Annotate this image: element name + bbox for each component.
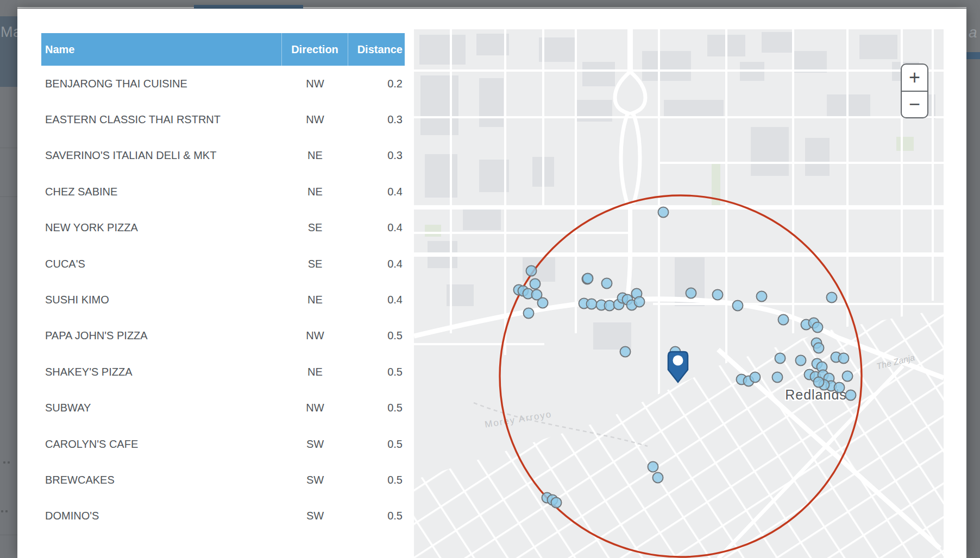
restaurant-direction: NE (282, 149, 348, 162)
restaurant-marker[interactable] (605, 301, 615, 311)
restaurant-marker[interactable] (620, 347, 631, 357)
table-row[interactable]: BENJARONG THAI CUISINE NW 0.2 (41, 66, 405, 102)
restaurant-marker[interactable] (834, 383, 845, 393)
map-canvas[interactable]: Morey Arroyo The Zanja Redlands + − (414, 29, 944, 558)
map-graphics: Morey Arroyo The Zanja Redlands (414, 29, 944, 558)
map-zoom-control: + − (901, 64, 928, 118)
zoom-out-button[interactable]: − (902, 92, 927, 118)
restaurant-marker[interactable] (814, 343, 824, 353)
restaurant-marker[interactable] (775, 353, 786, 364)
backdrop-toolbar-edge (0, 7, 980, 8)
restaurant-name: SUBWAY (41, 402, 282, 414)
restaurant-name: CUCA'S (41, 258, 282, 270)
backdrop-right-accent-strip (966, 52, 980, 59)
restaurant-distance: 0.5 (348, 329, 405, 342)
restaurant-marker[interactable] (772, 372, 783, 383)
restaurant-distance: 0.4 (348, 294, 405, 306)
table-row[interactable]: SAVERINO'S ITALIAN DELI & MKT NE 0.3 (41, 138, 405, 174)
restaurant-marker[interactable] (587, 299, 597, 309)
restaurant-marker[interactable] (843, 371, 853, 382)
restaurant-marker[interactable] (713, 290, 723, 300)
restaurant-marker[interactable] (653, 473, 663, 483)
restaurant-distance: 0.3 (348, 113, 405, 126)
restaurant-marker[interactable] (846, 390, 856, 401)
table-row[interactable]: DOMINO'S SW 0.5 (41, 498, 405, 534)
restaurant-direction: NW (282, 402, 348, 414)
restaurant-direction: NE (282, 186, 348, 198)
restaurant-marker[interactable] (635, 297, 645, 307)
column-header-direction[interactable]: Direction (281, 33, 348, 66)
restaurant-direction: SW (282, 474, 348, 486)
restaurant-direction: NE (282, 294, 348, 306)
restaurant-distance: 0.5 (348, 438, 405, 451)
restaurant-direction: SE (282, 221, 348, 234)
restaurant-marker[interactable] (583, 274, 593, 284)
restaurant-name: EASTERN CLASSIC THAI RSTRNT (41, 113, 282, 126)
restaurant-distance: 0.5 (348, 366, 405, 378)
restaurant-marker[interactable] (648, 462, 658, 472)
table-row[interactable]: EASTERN CLASSIC THAI RSTRNT NW 0.3 (41, 102, 405, 137)
restaurant-direction: NW (282, 113, 348, 126)
restaurant-distance: 0.3 (348, 149, 405, 162)
restaurant-marker[interactable] (839, 353, 849, 364)
backdrop-right-panel: a (966, 0, 980, 558)
restaurant-marker[interactable] (796, 356, 806, 366)
restaurant-name: BREWCAKES (41, 474, 282, 486)
zoom-in-button[interactable]: + (902, 65, 927, 92)
restaurant-name: SUSHI KIMO (41, 294, 282, 306)
backdrop-left-panel: Ma (0, 0, 17, 558)
restaurant-distance: 0.5 (348, 510, 405, 522)
table-row[interactable]: SHAKEY'S PIZZA NE 0.5 (41, 354, 405, 390)
restaurant-direction: NE (282, 366, 348, 378)
table-row[interactable]: CAROLYN'S CAFE SW 0.5 (41, 426, 405, 462)
table-row[interactable]: SUSHI KIMO NE 0.4 (41, 282, 405, 318)
restaurant-marker[interactable] (602, 278, 612, 289)
restaurant-marker[interactable] (538, 298, 548, 308)
restaurant-distance: 0.2 (348, 78, 405, 90)
restaurant-direction: SW (282, 510, 348, 522)
results-table: Name Direction Distance BENJARONG THAI C… (41, 33, 405, 534)
restaurant-marker[interactable] (524, 308, 534, 319)
restaurant-marker[interactable] (814, 377, 824, 388)
restaurant-marker[interactable] (658, 207, 669, 218)
screen: { "window": { "backdrop_text_left": "Ma"… (0, 0, 980, 558)
restaurant-marker[interactable] (827, 293, 837, 303)
restaurant-name: NEW YORK PIZZA (41, 221, 282, 234)
results-table-header: Name Direction Distance (41, 33, 405, 66)
restaurant-name: BENJARONG THAI CUISINE (41, 78, 282, 90)
restaurant-marker[interactable] (750, 372, 761, 383)
restaurant-name: PAPA JOHN'S PIZZA (41, 329, 282, 342)
restaurant-distance: 0.4 (348, 186, 405, 198)
restaurant-marker[interactable] (530, 279, 541, 289)
restaurant-marker[interactable] (757, 291, 767, 302)
truncated-text-dots (3, 461, 10, 464)
restaurant-marker[interactable] (526, 266, 537, 276)
table-row[interactable]: CHEZ SABINE NE 0.4 (41, 174, 405, 210)
table-row[interactable]: BREWCAKES SW 0.5 (41, 462, 405, 498)
table-row[interactable]: PAPA JOHN'S PIZZA NW 0.5 (41, 318, 405, 354)
restaurant-marker[interactable] (733, 301, 743, 311)
table-row[interactable]: CUCA'S SE 0.4 (41, 246, 405, 282)
restaurant-marker[interactable] (551, 498, 562, 508)
restaurant-distance: 0.4 (348, 258, 405, 270)
restaurant-direction: NW (282, 329, 348, 342)
restaurant-marker[interactable] (686, 288, 696, 299)
restaurant-marker[interactable] (813, 322, 823, 333)
table-row[interactable]: NEW YORK PIZZA SE 0.4 (41, 210, 405, 246)
restaurant-distance: 0.5 (348, 474, 405, 486)
restaurant-direction: NW (282, 78, 348, 90)
restaurant-direction: SE (282, 258, 348, 270)
table-row[interactable]: SUBWAY NW 0.5 (41, 390, 405, 426)
restaurant-name: CAROLYN'S CAFE (41, 438, 282, 451)
restaurant-distance: 0.4 (348, 221, 405, 234)
active-tab-indicator (194, 5, 303, 9)
restaurant-direction: SW (282, 438, 348, 451)
column-header-name[interactable]: Name (41, 33, 281, 66)
column-header-distance[interactable]: Distance (348, 33, 405, 66)
restaurant-distance: 0.5 (348, 402, 405, 414)
backdrop-right-panel-text: a (969, 24, 977, 41)
restaurant-name: CHEZ SABINE (41, 186, 282, 198)
results-table-body: BENJARONG THAI CUISINE NW 0.2 EASTERN CL… (41, 66, 405, 534)
restaurant-marker[interactable] (778, 315, 789, 325)
restaurant-name: SHAKEY'S PIZZA (41, 366, 282, 378)
